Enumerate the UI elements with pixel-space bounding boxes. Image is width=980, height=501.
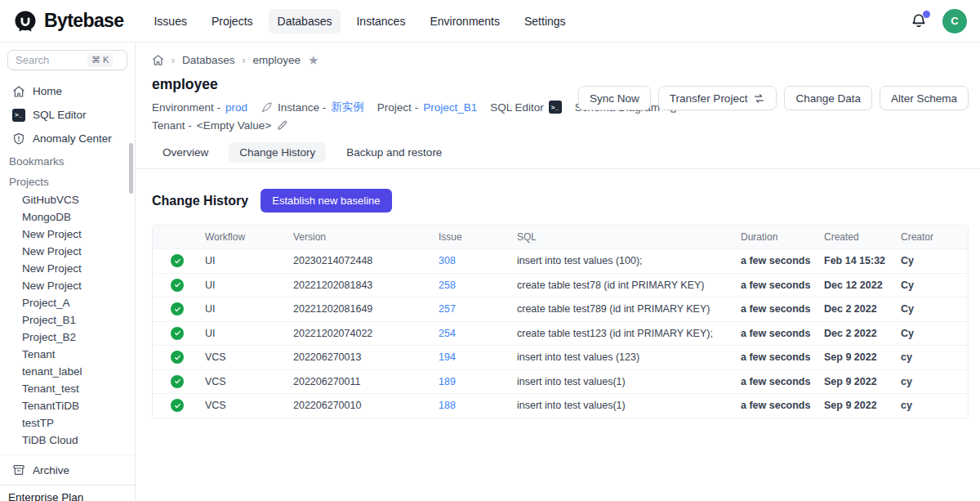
nav-item[interactable]: Databases	[269, 9, 341, 34]
table-row[interactable]: VCS 202206270010 188 insert into test va…	[153, 393, 968, 418]
chevron-right-icon: ›	[243, 55, 246, 66]
table-row[interactable]: UI 20230214072448 308 insert into test v…	[153, 248, 968, 273]
issue-column-header: Issue	[435, 231, 514, 243]
sidebar-project-item[interactable]: tenant_label	[0, 363, 135, 380]
bytebase-logo-icon	[13, 9, 38, 34]
sidebar-item-label: SQL Editor	[33, 109, 87, 121]
transfer-project-button[interactable]: Transfer Project	[658, 86, 777, 110]
tenant-value: <Empty Value>	[197, 119, 271, 132]
creator-cell: cy	[898, 376, 968, 387]
sidebar-item-sql-editor[interactable]: >_ SQL Editor	[0, 103, 135, 127]
sidebar-item-archive[interactable]: Archive	[0, 455, 135, 485]
sidebar-project-item[interactable]: Project_A	[0, 294, 135, 311]
brand[interactable]: Bytebase	[13, 9, 123, 34]
sidebar-item-label: Archive	[33, 464, 69, 476]
table-header: Workflow Version Issue SQL Duration Crea…	[153, 226, 968, 248]
workflow-cell: UI	[202, 255, 290, 266]
table-row[interactable]: VCS 202206270011 189 insert into test va…	[153, 369, 968, 394]
nav-item[interactable]: Settings	[515, 9, 575, 34]
sidebar-project-item[interactable]: Project_B1	[0, 311, 135, 329]
issue-link[interactable]: 254	[439, 328, 456, 339]
sidebar-project-item[interactable]: GitHubVCS	[0, 191, 135, 208]
sql-cell: create table test789 (id int PRIMARY KEY…	[514, 303, 737, 315]
table-row[interactable]: VCS 202206270013 194 insert into test va…	[153, 345, 968, 369]
nav-item[interactable]: Issues	[145, 9, 195, 34]
created-cell: Sep 9 2022	[821, 376, 898, 387]
creator-cell: Cy	[898, 328, 968, 339]
sidebar-project-item[interactable]: MongoDB	[0, 208, 135, 226]
notifications-bell-icon[interactable]	[910, 12, 928, 30]
sidebar-project-item[interactable]: New Project	[0, 277, 135, 294]
success-check-icon	[171, 399, 184, 412]
nav-item[interactable]: Environments	[421, 9, 509, 34]
workflow-column-header: Workflow	[202, 231, 290, 243]
transfer-arrows-icon	[753, 92, 765, 105]
version-column-header: Version	[290, 231, 435, 243]
workflow-cell: UI	[202, 328, 290, 339]
instance-link[interactable]: 新实例	[331, 100, 364, 114]
sql-editor-shortcut[interactable]: SQL Editor >_	[490, 101, 562, 114]
tab[interactable]: Overview	[152, 142, 219, 163]
issue-link[interactable]: 189	[439, 376, 456, 387]
creator-column-header: Creator	[898, 231, 968, 243]
issue-link[interactable]: 257	[439, 303, 456, 315]
breadcrumb-databases[interactable]: Databases	[182, 54, 235, 66]
breadcrumb-employee[interactable]: employee	[253, 54, 301, 66]
breadcrumb: › Databases › employee ★	[152, 54, 969, 66]
sidebar-project-item[interactable]: New Project	[0, 243, 135, 260]
sidebar-scrollbar-thumb[interactable]	[129, 143, 133, 194]
sync-now-button[interactable]: Sync Now	[578, 86, 651, 110]
sidebar-project-item[interactable]: New Project	[0, 260, 135, 277]
sidebar-item-home[interactable]: Home	[0, 79, 135, 103]
change-data-button[interactable]: Change Data	[784, 86, 872, 110]
duration-column-header: Duration	[737, 231, 821, 243]
sql-editor-label: SQL Editor	[490, 101, 544, 114]
duration-cell: a few seconds	[737, 303, 821, 315]
issue-link[interactable]: 258	[439, 280, 456, 291]
transfer-project-label: Transfer Project	[670, 92, 748, 105]
change-data-label: Change Data	[795, 92, 861, 105]
workflow-cell: UI	[202, 303, 290, 315]
issue-link[interactable]: 194	[439, 351, 456, 363]
created-cell: Dec 12 2022	[821, 280, 898, 291]
navbar-right: C	[910, 9, 967, 34]
shield-icon	[12, 132, 25, 145]
sql-cell: insert into test values(1)	[514, 400, 737, 411]
home-icon[interactable]	[152, 54, 164, 66]
tab[interactable]: Backup and restore	[336, 142, 452, 163]
nav-item[interactable]: Instances	[347, 9, 414, 34]
sidebar-project-item[interactable]: Project_B2	[0, 329, 135, 346]
search-box[interactable]: ⌘ K	[7, 50, 127, 70]
sidebar-project-item[interactable]: TenantTiDB	[0, 397, 135, 414]
created-column-header: Created	[821, 231, 898, 243]
sidebar-project-item[interactable]: Tenant	[0, 346, 135, 363]
tab[interactable]: Change History	[229, 142, 326, 163]
table-row[interactable]: UI 20221202081649 257 create table test7…	[153, 297, 968, 321]
sidebar-project-item[interactable]: TiDB Cloud	[0, 432, 135, 449]
search-input[interactable]	[16, 54, 87, 66]
nav-item[interactable]: Projects	[203, 9, 262, 34]
table-row[interactable]: UI 20221202074022 254 create table test1…	[153, 321, 968, 346]
sidebar-project-item[interactable]: Tenant_test	[0, 380, 135, 397]
project-link[interactable]: Project_B1	[423, 101, 477, 114]
establish-baseline-button[interactable]: Establish new baseline	[261, 189, 391, 212]
edit-pencil-icon[interactable]	[276, 119, 288, 132]
issue-link[interactable]: 188	[439, 400, 456, 411]
sidebar-project-item[interactable]: New Project	[0, 226, 135, 243]
alter-schema-button[interactable]: Alter Schema	[880, 86, 969, 110]
instance-label: Instance -	[278, 101, 326, 114]
table-row[interactable]: UI 20221202081843 258 create table test7…	[153, 273, 968, 297]
environment-link[interactable]: prod	[225, 101, 247, 114]
sidebar-item-anomaly-center[interactable]: Anomaly Center	[0, 127, 135, 150]
version-cell: 202206270010	[290, 400, 435, 411]
plan-label: Enterprise Plan	[0, 485, 135, 501]
bookmark-star-icon[interactable]: ★	[308, 54, 318, 66]
sidebar-project-item[interactable]: testTP	[0, 414, 135, 432]
version-cell: 20221202074022	[290, 328, 435, 339]
version-cell: 20221202081649	[290, 303, 435, 315]
issue-link[interactable]: 308	[439, 255, 456, 266]
sidebar-bottom: Archive Enterprise Plan	[0, 454, 135, 501]
duration-cell: a few seconds	[737, 328, 821, 339]
sync-now-label: Sync Now	[590, 92, 639, 105]
user-avatar[interactable]: C	[942, 9, 967, 34]
